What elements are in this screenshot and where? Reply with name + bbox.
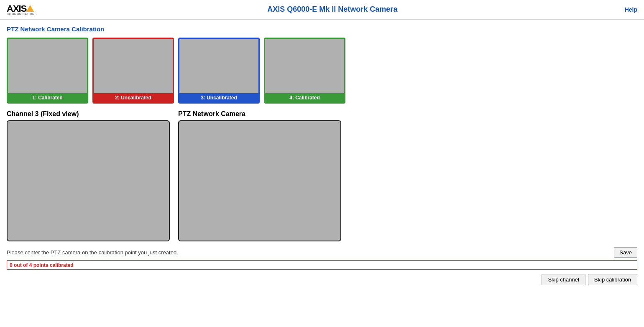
camera-views: Channel 3 (Fixed view) PTZ Network Camer… (7, 110, 637, 241)
progress-bar: 0 out of 4 points calibrated (7, 260, 637, 270)
ptz-view-title: PTZ Network Camera (178, 110, 341, 118)
channel-thumb-2[interactable]: 2: Uncalibrated (92, 38, 174, 104)
channel-4-label: 4: Calibrated (265, 93, 344, 102)
fixed-view-section: Channel 3 (Fixed view) (7, 110, 170, 241)
help-link[interactable]: Help (625, 6, 637, 13)
channel-thumbnails: 1: Calibrated 2: Uncalibrated 3: Uncalib… (7, 38, 637, 104)
channel-2-label: 2: Uncalibrated (94, 93, 173, 102)
fixed-view-title: Channel 3 (Fixed view) (7, 110, 170, 118)
section-title: PTZ Network Camera Calibration (7, 25, 637, 33)
status-bar: Please center the PTZ camera on the cali… (7, 247, 637, 258)
skip-calibration-button[interactable]: Skip calibration (588, 274, 637, 285)
skip-channel-button[interactable]: Skip channel (542, 274, 585, 285)
channel-thumb-4[interactable]: 4: Calibrated (264, 38, 345, 104)
main-content: PTZ Network Camera Calibration 1: Calibr… (0, 20, 644, 291)
bottom-actions: Skip channel Skip calibration (7, 274, 637, 285)
ptz-view-section: PTZ Network Camera (178, 110, 341, 241)
fixed-view-preview (7, 120, 170, 241)
channel-4-preview (265, 39, 344, 93)
channel-2-preview (94, 39, 173, 93)
progress-text: 0 out of 4 points calibrated (10, 262, 74, 268)
page-title: AXIS Q6000-E Mk II Network Camera (40, 5, 625, 14)
channel-3-preview (179, 39, 258, 93)
logo-subtitle: COMMUNICATIONS (7, 13, 37, 15)
channel-3-label: 3: Uncalibrated (179, 93, 258, 102)
channel-thumb-3[interactable]: 3: Uncalibrated (178, 38, 260, 104)
status-instruction: Please center the PTZ camera on the cali… (7, 249, 178, 256)
ptz-view-preview[interactable] (178, 120, 341, 241)
save-button[interactable]: Save (614, 247, 637, 258)
channel-thumb-1[interactable]: 1: Calibrated (7, 38, 88, 104)
logo-triangle-icon (26, 5, 34, 12)
channel-1-label: 1: Calibrated (8, 93, 87, 102)
header: AXIS COMMUNICATIONS AXIS Q6000-E Mk II N… (0, 0, 644, 20)
axis-logo: AXIS COMMUNICATIONS (7, 3, 40, 15)
channel-1-preview (8, 39, 87, 93)
